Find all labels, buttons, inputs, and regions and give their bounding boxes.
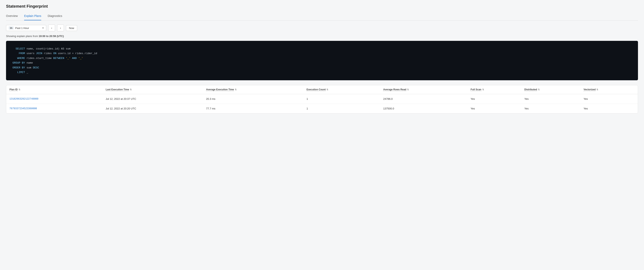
row-0-col-3: 1 [303, 94, 380, 104]
info-time-range: 19:00 to 20:59 (UTC) [39, 35, 64, 38]
time-badge: 1h [9, 26, 14, 30]
toolbar: 1h Past 1 Hour ▾ ‹ › Now [6, 25, 638, 31]
row-0-col-6: Yes [521, 94, 580, 104]
row-1-col-7: Yes [580, 104, 638, 113]
page-wrapper: Statement Fingerprint Overview Explain P… [0, 0, 644, 270]
prev-button[interactable]: ‹ [48, 25, 55, 31]
table-body: 13182663282122740000Jul 12, 2022 at 20:3… [6, 94, 638, 113]
row-0-col-5: Yes [467, 94, 521, 104]
col-header-avg-execution-time[interactable]: Average Execution Time [203, 85, 303, 94]
explain-plans-info: Showing explain plans from 19:00 to 20:5… [6, 35, 638, 38]
plans-table-container: Plan ID Last Execution Time Average Exec… [6, 85, 638, 113]
table-row: 7679337234523360000Jul 12, 2022 at 20:20… [6, 104, 638, 113]
sql-code-block: SELECT name, count(rides.id) AS sum FROM… [6, 41, 638, 80]
tab-explain-plans[interactable]: Explain Plans [24, 12, 41, 20]
row-0-col-1: Jul 12, 2022 at 20:37 UTC [102, 94, 203, 104]
row-1-col-0: 7679337234523360000 [6, 104, 102, 113]
col-header-full-scan[interactable]: Full Scan [467, 85, 521, 94]
tabs-nav: Overview Explain Plans Diagnostics [6, 12, 638, 21]
row-1-col-4: 137500.0 [380, 104, 467, 113]
row-1-col-1: Jul 12, 2022 at 20:20 UTC [102, 104, 203, 113]
info-prefix: Showing explain plans from [6, 35, 39, 38]
col-header-plan-id[interactable]: Plan ID [6, 85, 102, 94]
row-0-col-0: 13182663282122740000 [6, 94, 102, 104]
code-line-3: WHERE rides.start_time BETWEEN '_' AND '… [12, 56, 632, 61]
col-header-vectorized[interactable]: Vectorized [580, 85, 638, 94]
page-title: Statement Fingerprint [6, 4, 638, 9]
code-line-2: FROM users JOIN rides ON users.id = ride… [12, 51, 632, 56]
col-header-avg-rows-read[interactable]: Average Rows Read [380, 85, 467, 94]
row-1-col-5: Yes [467, 104, 521, 113]
code-line-4: GROUP BY name [12, 61, 632, 65]
time-label: Past 1 Hour [15, 27, 41, 30]
col-header-last-execution-time[interactable]: Last Execution Time [102, 85, 203, 94]
row-1-col-3: 1 [303, 104, 380, 113]
row-1-col-6: Yes [521, 104, 580, 113]
time-range-selector[interactable]: 1h Past 1 Hour ▾ [6, 25, 46, 31]
code-line-5: ORDER BY sum DESC [12, 65, 632, 70]
row-0-col-7: Yes [580, 94, 638, 104]
table-header-row: Plan ID Last Execution Time Average Exec… [6, 85, 638, 94]
tab-overview[interactable]: Overview [6, 12, 18, 20]
next-button[interactable]: › [57, 25, 64, 31]
col-header-distributed[interactable]: Distributed [521, 85, 580, 94]
row-0-col-2: 20.3 ms [203, 94, 303, 104]
tab-diagnostics[interactable]: Diagnostics [48, 12, 62, 20]
code-line-6: LIMIT _ [12, 70, 632, 75]
now-button[interactable]: Now [66, 25, 77, 31]
code-line-1: SELECT name, count(rides.id) AS sum [12, 47, 632, 51]
col-header-execution-count[interactable]: Execution Count [303, 85, 380, 94]
row-1-col-2: 77.7 ms [203, 104, 303, 113]
chevron-down-icon: ▾ [42, 27, 44, 29]
table-row: 13182663282122740000Jul 12, 2022 at 20:3… [6, 94, 638, 104]
row-0-col-4: 24786.0 [380, 94, 467, 104]
plans-table: Plan ID Last Execution Time Average Exec… [6, 85, 638, 113]
